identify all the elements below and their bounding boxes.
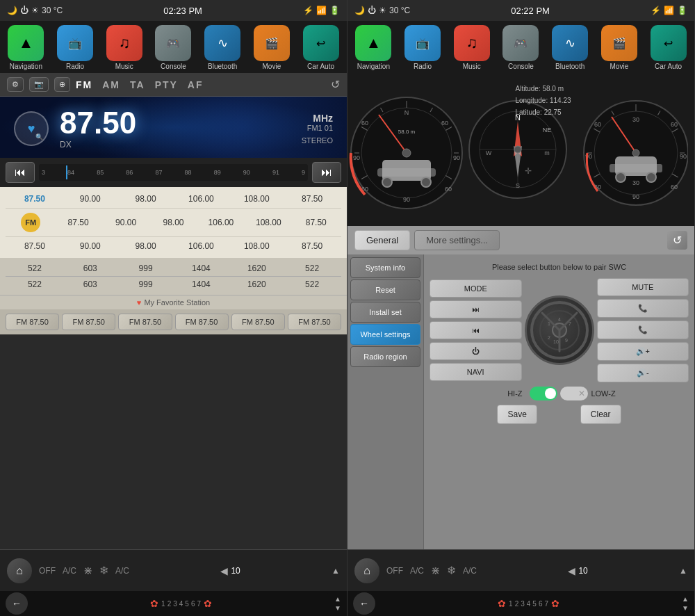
right-scroll-up[interactable]: ▲ <box>682 595 689 603</box>
preset-cell-1-5[interactable]: 108.00 <box>229 193 284 205</box>
am-cell-1-3[interactable]: 999 <box>118 264 174 273</box>
preset-cell-2-3[interactable]: 90.00 <box>102 216 149 229</box>
nav-item-movie[interactable]: 🎬 Movie <box>251 25 293 70</box>
ctrl-cam[interactable]: 📷 <box>29 77 49 92</box>
nav-item-music[interactable]: ♫ Music <box>104 25 145 70</box>
am-cell-2-4[interactable]: 1404 <box>173 279 229 289</box>
swc-vol-down-btn[interactable]: 🔊- <box>597 364 689 382</box>
swc-vol-up-btn[interactable]: 🔊+ <box>597 342 689 361</box>
am-cell-2-1[interactable]: 522 <box>7 279 63 289</box>
fm-btn-5[interactable]: FM 87.50 <box>231 314 285 330</box>
swc-next-btn[interactable]: ⏭ <box>430 300 522 318</box>
am-cell-1-4[interactable]: 1404 <box>173 264 229 273</box>
tab-general[interactable]: General <box>354 230 410 250</box>
preset-cell-1-3[interactable]: 98.00 <box>118 193 174 205</box>
fm-btn-3[interactable]: FM 87.50 <box>118 314 172 330</box>
tab-more-settings[interactable]: More settings... <box>414 230 500 250</box>
am-cell-1-2[interactable]: 603 <box>63 264 118 273</box>
preset-cell-1-4[interactable]: 106.00 <box>173 193 229 205</box>
ctrl-pty[interactable]: PTY <box>155 79 178 90</box>
preset-cell-3-6[interactable]: 87.50 <box>284 240 340 252</box>
swc-prev-btn[interactable]: ⏮ <box>430 321 522 339</box>
preset-cell-3-3[interactable]: 98.00 <box>118 240 174 252</box>
am-cell-2-2[interactable]: 603 <box>63 279 118 289</box>
left-scroll-down[interactable]: ▼ <box>334 604 341 612</box>
fm-btn-4[interactable]: FM 87.50 <box>175 314 229 330</box>
sidebar-wheel-settings[interactable]: Wheel settings <box>350 324 420 345</box>
nav-item-carauto[interactable]: ↩ Car Auto <box>300 25 342 70</box>
swc-phone-answer-btn[interactable]: 📞 <box>597 299 689 318</box>
right-home-btn[interactable]: ⌂ <box>354 558 379 583</box>
preset-cell-1-1[interactable]: 87.50 <box>7 193 63 205</box>
preset-cell-3-5[interactable]: 108.00 <box>229 240 284 252</box>
preset-cell-3-2[interactable]: 90.00 <box>63 240 118 252</box>
left-ac-btn-1[interactable]: A/C <box>63 566 76 576</box>
swc-mode-btn[interactable]: MODE <box>430 279 522 298</box>
right-vol-down[interactable]: ◀ <box>568 565 575 576</box>
preset-cell-2-6[interactable]: 108.00 <box>245 216 292 229</box>
swc-mute-btn[interactable]: MUTE <box>597 278 689 296</box>
ctrl-fm[interactable]: FM <box>76 79 92 90</box>
nav-item-bluetooth[interactable]: ∿ Bluetooth <box>202 25 243 70</box>
seek-back-btn[interactable]: ⏮ <box>6 162 35 183</box>
preset-cell-2-2[interactable]: 87.50 <box>54 216 101 229</box>
right-nav-carauto[interactable]: ↩ Car Auto <box>648 25 689 70</box>
am-cell-2-6[interactable]: 522 <box>284 279 340 289</box>
right-scroll-down[interactable]: ▼ <box>682 604 689 612</box>
toggle-on-switch[interactable] <box>530 387 557 400</box>
toggle-off-switch[interactable]: ✕ <box>560 387 588 400</box>
am-cell-2-3[interactable]: 999 <box>118 279 174 289</box>
preset-cell-1-2[interactable]: 90.00 <box>63 193 118 205</box>
fm-btn-1[interactable]: FM 87.50 <box>6 314 59 330</box>
am-cell-2-5[interactable]: 1620 <box>229 279 284 289</box>
right-nav-movie[interactable]: 🎬 Movie <box>598 25 640 70</box>
preset-cell-3-4[interactable]: 106.00 <box>173 240 229 252</box>
am-cell-1-1[interactable]: 522 <box>7 264 63 273</box>
sidebar-system-info[interactable]: System info <box>350 257 420 278</box>
nav-item-navigation[interactable]: ▲ Navigation <box>5 25 47 70</box>
am-cell-1-6[interactable]: 522 <box>284 264 340 273</box>
right-nav-music[interactable]: ♫ Music <box>451 25 493 70</box>
right-ac-btn-1[interactable]: A/C <box>410 566 424 576</box>
left-ac-btn-2[interactable]: A/C <box>115 566 129 576</box>
ctrl-am[interactable]: AM <box>102 79 120 90</box>
right-nav-console[interactable]: 🎮 Console <box>500 25 541 70</box>
preset-cell-2-7[interactable]: 87.50 <box>293 216 340 229</box>
settings-back-btn[interactable]: ↺ <box>667 231 687 250</box>
right-nav-bluetooth[interactable]: ∿ Bluetooth <box>549 25 591 70</box>
sidebar-reset[interactable]: Reset <box>350 279 420 300</box>
seek-forward-btn[interactable]: ⏭ <box>312 162 341 183</box>
nav-item-radio[interactable]: 📺 Radio <box>54 25 96 70</box>
preset-cell-3-1[interactable]: 87.50 <box>7 240 63 252</box>
ctrl-eq[interactable]: ⚙ <box>7 77 24 92</box>
swc-phone-hangup-btn[interactable]: 📞 <box>597 321 689 339</box>
sidebar-radio-region[interactable]: Radio region <box>350 346 420 367</box>
swc-navi-btn[interactable]: NAVI <box>430 363 522 381</box>
left-back-btn[interactable]: ← <box>6 592 28 615</box>
right-nav-navigation[interactable]: ▲ Navigation <box>352 25 394 70</box>
right-ac-btn-2[interactable]: A/C <box>463 566 477 576</box>
fm-btn-2[interactable]: FM 87.50 <box>62 314 115 330</box>
am-cell-1-5[interactable]: 1620 <box>229 264 284 273</box>
ctrl-af[interactable]: AF <box>188 79 204 90</box>
swc-power-btn[interactable]: ⏻ <box>430 342 522 360</box>
left-home-btn[interactable]: ⌂ <box>7 558 32 583</box>
left-up-arrow[interactable]: ▲ <box>332 566 340 576</box>
fm-btn-6[interactable]: FM 87.50 <box>288 314 341 330</box>
preset-cell-1-6[interactable]: 87.50 <box>284 193 340 205</box>
left-vol-down[interactable]: ◀ <box>220 565 228 576</box>
fm-badge-cell[interactable]: FM <box>7 211 54 234</box>
nav-item-console[interactable]: 🎮 Console <box>152 25 194 70</box>
ctrl-set[interactable]: ⊕ <box>54 77 70 92</box>
ctrl-ta[interactable]: TA <box>130 79 145 90</box>
right-back-btn[interactable]: ← <box>353 592 375 615</box>
radio-back-btn[interactable]: ↺ <box>331 78 340 91</box>
preset-cell-2-4[interactable]: 98.00 <box>149 216 197 229</box>
right-nav-radio[interactable]: 📺 Radio <box>402 25 443 70</box>
sidebar-install-set[interactable]: Install set <box>350 302 420 323</box>
left-scroll-up[interactable]: ▲ <box>334 595 341 603</box>
save-button[interactable]: Save <box>497 405 537 424</box>
clear-button[interactable]: Clear <box>580 405 621 424</box>
preset-cell-2-5[interactable]: 106.00 <box>197 216 245 229</box>
right-up-arrow[interactable]: ▲ <box>679 566 687 576</box>
